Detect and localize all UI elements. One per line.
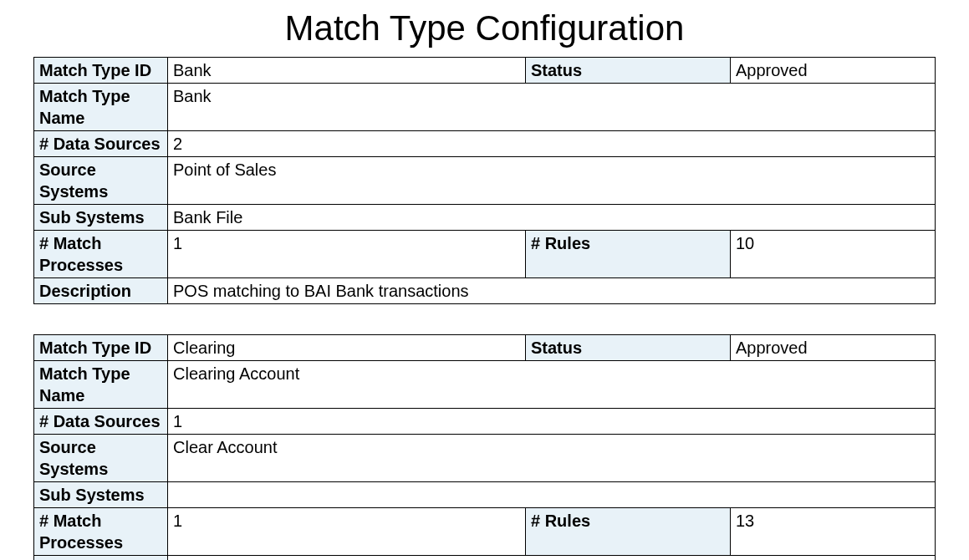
label-match-type-name: Match Type Name [34,361,168,409]
value-description: POS matching to BAI Bank transactions [168,278,936,304]
table-row: Match Type ID Clearing Status Approved [34,335,936,361]
value-description: Clearing Account [168,556,936,561]
table-row: Sub Systems [34,482,936,508]
value-status: Approved [731,58,936,84]
label-description: Description [34,556,168,561]
value-match-type-id: Bank [168,58,526,84]
value-status: Approved [731,335,936,361]
table-row: Match Type Name Bank [34,84,936,131]
label-match-processes: # Match Processes [34,231,168,278]
value-source-systems: Clear Account [168,435,936,482]
label-sub-systems: Sub Systems [34,205,168,231]
table-row: Match Type Name Clearing Account [34,361,936,409]
value-match-type-id: Clearing [168,335,526,361]
table-row: # Match Processes 1 # Rules 10 [34,231,936,278]
value-source-systems: Point of Sales [168,157,936,205]
table-row: # Data Sources 2 [34,131,936,157]
table-row: Source Systems Point of Sales [34,157,936,205]
table-row: Description POS matching to BAI Bank tra… [34,278,936,304]
table-row: Sub Systems Bank File [34,205,936,231]
value-match-type-name: Clearing Account [168,361,936,409]
value-match-processes: 1 [168,508,526,556]
value-sub-systems [168,482,936,508]
label-sub-systems: Sub Systems [34,482,168,508]
config-table: Match Type ID Clearing Status Approved M… [33,334,936,560]
value-sub-systems: Bank File [168,205,936,231]
label-rules: # Rules [526,231,731,278]
value-match-type-name: Bank [168,84,936,131]
label-source-systems: Source Systems [34,157,168,205]
label-data-sources: # Data Sources [34,409,168,435]
value-rules: 10 [731,231,936,278]
label-data-sources: # Data Sources [34,131,168,157]
label-status: Status [526,58,731,84]
table-row: # Data Sources 1 [34,409,936,435]
label-source-systems: Source Systems [34,435,168,482]
label-match-processes: # Match Processes [34,508,168,556]
value-rules: 13 [731,508,936,556]
page-title: Match Type Configuration [33,8,936,48]
value-match-processes: 1 [168,231,526,278]
label-status: Status [526,335,731,361]
label-rules: # Rules [526,508,731,556]
label-match-type-name: Match Type Name [34,84,168,131]
table-row: # Match Processes 1 # Rules 13 [34,508,936,556]
table-row: Match Type ID Bank Status Approved [34,58,936,84]
label-description: Description [34,278,168,304]
table-row: Source Systems Clear Account [34,435,936,482]
config-table: Match Type ID Bank Status Approved Match… [33,57,936,304]
value-data-sources: 2 [168,131,936,157]
label-match-type-id: Match Type ID [34,335,168,361]
label-match-type-id: Match Type ID [34,58,168,84]
value-data-sources: 1 [168,409,936,435]
table-row: Description Clearing Account [34,556,936,561]
